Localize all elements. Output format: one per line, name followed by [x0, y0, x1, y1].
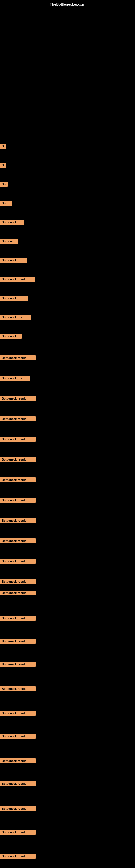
bottleneck-result-label: Bottleneck result [0, 416, 36, 421]
bottleneck-result-label: Bottleneck result [0, 559, 36, 564]
bottleneck-result-label: Bottlene [0, 239, 18, 244]
bottleneck-result-label: Bottleneck result [0, 477, 36, 482]
bottleneck-result-label: Bottleneck result [0, 498, 36, 503]
bottleneck-result-label: B [0, 144, 6, 149]
bottleneck-result-label: B [0, 163, 6, 167]
bottleneck-result-label: Bottleneck result [0, 639, 36, 644]
bottleneck-result-label: Bottleneck result [0, 781, 36, 786]
bottleneck-result-label: Bottleneck result [0, 437, 36, 442]
bottleneck-result-label: Bottleneck res [0, 315, 31, 319]
bottleneck-result-label: Bottleneck result [0, 396, 36, 401]
bottleneck-result-label: Bottleneck result [0, 758, 36, 763]
bottleneck-result-label: Bottleneck re [0, 258, 27, 262]
bottleneck-result-label: Bottleneck result [0, 830, 36, 835]
bottleneck-result-label: Bottleneck r [0, 220, 24, 225]
site-title: TheBottlenecker.com [50, 2, 85, 6]
bottleneck-result-label: Bottleneck [0, 334, 21, 339]
bottleneck-result-label: Bottleneck result [0, 806, 36, 811]
bottleneck-result-label: Bottleneck result [0, 734, 36, 739]
bottleneck-result-label: Bottleneck result [0, 579, 36, 584]
bottleneck-result-label: Bottleneck result [0, 662, 36, 667]
bottleneck-result-label: Bottleneck result [0, 686, 36, 691]
bottleneck-result-label: Bottleneck result [0, 277, 35, 282]
bottleneck-result-label: Bottleneck result [0, 616, 36, 621]
bottleneck-result-label: Bottleneck result [0, 538, 36, 543]
bottleneck-result-label: Bottleneck result [0, 590, 36, 595]
bottleneck-result-label: Bottleneck result [0, 518, 36, 523]
bottleneck-result-label: Bottleneck result [0, 854, 36, 859]
bottleneck-result-label: Bottleneck result [0, 457, 36, 462]
bottleneck-result-label: Bo [0, 182, 8, 187]
bottleneck-result-label: Bottleneck re [0, 296, 28, 301]
bottleneck-result-label: Bottleneck result [0, 355, 36, 360]
bottleneck-result-label: Bottl [0, 201, 12, 206]
bottleneck-result-label: Bottleneck result [0, 711, 36, 716]
bottleneck-result-label: Bottleneck res [0, 376, 30, 380]
